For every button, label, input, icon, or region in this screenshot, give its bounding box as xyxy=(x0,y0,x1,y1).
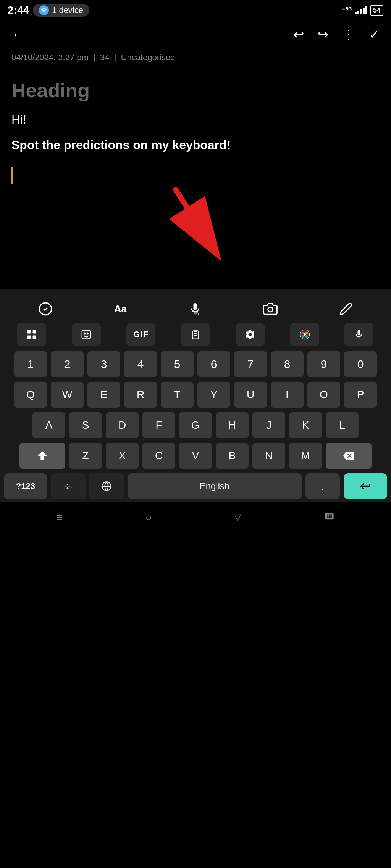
key-m[interactable]: M xyxy=(289,443,322,469)
key-8[interactable]: 8 xyxy=(271,351,304,377)
svg-line-1 xyxy=(176,190,216,252)
key-u[interactable]: U xyxy=(234,382,267,408)
keyboard-font-icon[interactable]: Aa xyxy=(114,303,127,315)
keyboard-check-icon[interactable] xyxy=(38,302,53,316)
note-meta: 04/10/2024, 2:27 pm | 34 | Uncategorised xyxy=(0,49,391,68)
key-t[interactable]: T xyxy=(161,382,194,408)
gif-label: GIF xyxy=(133,330,149,339)
key-n[interactable]: N xyxy=(252,443,285,469)
svg-rect-7 xyxy=(27,336,31,339)
numeric-toggle-key[interactable]: ?123 xyxy=(4,473,47,499)
redo-button[interactable]: ↪ xyxy=(318,27,328,42)
note-heading: Heading xyxy=(11,79,380,102)
key-a[interactable]: A xyxy=(32,412,65,438)
keyboard-settings-button[interactable] xyxy=(236,323,265,346)
device-badge: 1 device xyxy=(33,4,89,17)
nav-menu-icon[interactable]: ≡ xyxy=(57,511,63,524)
wifi-icon xyxy=(39,5,49,15)
undo-button[interactable]: ↩ xyxy=(293,27,304,42)
note-editor[interactable]: Heading Hi! Spot the predictions on my k… xyxy=(0,68,391,289)
keyboard-gif-button[interactable]: GIF xyxy=(126,323,155,346)
signal-bar-4 xyxy=(363,8,365,14)
keyboard[interactable]: Aa A xyxy=(0,289,391,502)
enter-key[interactable] xyxy=(344,473,387,499)
bottom-nav: ≡ ○ ▽ xyxy=(0,502,391,532)
svg-rect-6 xyxy=(33,330,36,334)
key-x[interactable]: X xyxy=(106,443,139,469)
nav-home-icon[interactable]: ○ xyxy=(145,511,152,524)
top-toolbar: ← ↩ ↪ ⋮ ✓ xyxy=(0,20,391,49)
globe-key[interactable] xyxy=(89,473,124,499)
period-key[interactable]: . xyxy=(305,473,340,499)
key-1[interactable]: 1 xyxy=(14,351,47,377)
keyboard-voice-button[interactable] xyxy=(344,323,373,346)
key-d[interactable]: D xyxy=(106,412,139,438)
key-3[interactable]: 3 xyxy=(87,351,120,377)
keyboard-mic-icon[interactable]: A xyxy=(188,302,202,316)
key-2[interactable]: 2 xyxy=(51,351,84,377)
key-5[interactable]: 5 xyxy=(161,351,194,377)
keyboard-secondary-toolbar: GIF xyxy=(0,320,391,349)
key-j[interactable]: J xyxy=(252,412,285,438)
key-w[interactable]: W xyxy=(51,382,84,408)
key-v[interactable]: V xyxy=(179,443,212,469)
signal-bar-5 xyxy=(365,6,367,14)
key-p[interactable]: P xyxy=(344,382,377,408)
svg-point-18 xyxy=(305,332,308,334)
signal-bar-2 xyxy=(357,11,359,14)
status-right: ⁻⁵ᴳ 54 xyxy=(342,5,383,16)
key-0[interactable]: 0 xyxy=(344,351,377,377)
nav-back-icon[interactable]: ▽ xyxy=(234,513,241,522)
network-type: ⁻⁵ᴳ xyxy=(342,6,352,14)
key-l[interactable]: L xyxy=(326,412,359,438)
signal-bars xyxy=(355,6,367,14)
done-button[interactable]: ✓ xyxy=(369,27,380,42)
keyboard-theme-button[interactable] xyxy=(290,323,319,346)
note-date: 04/10/2024, 2:27 pm xyxy=(11,53,89,62)
back-button[interactable]: ← xyxy=(11,27,24,42)
svg-rect-5 xyxy=(27,330,31,334)
key-s[interactable]: S xyxy=(69,412,102,438)
keyboard-clipboard-button[interactable] xyxy=(181,323,210,346)
backspace-key[interactable] xyxy=(326,443,372,469)
key-y[interactable]: Y xyxy=(197,382,230,408)
key-h[interactable]: H xyxy=(216,412,249,438)
svg-point-17 xyxy=(302,332,304,334)
emoji-key[interactable]: ☺, xyxy=(51,473,86,499)
key-6[interactable]: 6 xyxy=(197,351,230,377)
key-c[interactable]: C xyxy=(142,443,175,469)
space-key[interactable]: English xyxy=(128,473,302,499)
key-9[interactable]: 9 xyxy=(307,351,340,377)
svg-text:A: A xyxy=(196,310,199,316)
battery-indicator: 54 xyxy=(370,5,383,16)
keyboard-pencil-icon[interactable] xyxy=(339,302,353,316)
key-z[interactable]: Z xyxy=(69,443,102,469)
key-4[interactable]: 4 xyxy=(124,351,157,377)
key-k[interactable]: K xyxy=(289,412,322,438)
key-b[interactable]: B xyxy=(216,443,249,469)
keyboard-apps-button[interactable] xyxy=(17,323,46,346)
qwerty-row: Q W E R T Y U I O P xyxy=(0,379,391,410)
key-r[interactable]: R xyxy=(124,382,157,408)
key-f[interactable]: F xyxy=(142,412,175,438)
svg-point-21 xyxy=(304,333,306,336)
key-g[interactable]: G xyxy=(179,412,212,438)
key-i[interactable]: I xyxy=(271,382,304,408)
key-o[interactable]: O xyxy=(307,382,340,408)
more-options-button[interactable]: ⋮ xyxy=(342,27,355,42)
keyboard-emoji-button[interactable] xyxy=(72,323,101,346)
asdf-row: A S D F G H J K L xyxy=(0,410,391,440)
key-7[interactable]: 7 xyxy=(234,351,267,377)
key-e[interactable]: E xyxy=(87,382,120,408)
svg-point-20 xyxy=(305,335,308,338)
status-time: 2:44 xyxy=(8,4,29,16)
nav-keyboard-icon[interactable] xyxy=(324,511,334,524)
keyboard-camera-icon[interactable] xyxy=(263,302,278,316)
signal-bar-3 xyxy=(360,9,362,14)
note-line-1: Hi! xyxy=(11,113,380,127)
svg-point-11 xyxy=(87,333,89,334)
device-count: 1 device xyxy=(52,5,83,15)
shift-key[interactable] xyxy=(19,443,65,469)
key-q[interactable]: Q xyxy=(14,382,47,408)
annotation-arrow xyxy=(11,186,380,262)
